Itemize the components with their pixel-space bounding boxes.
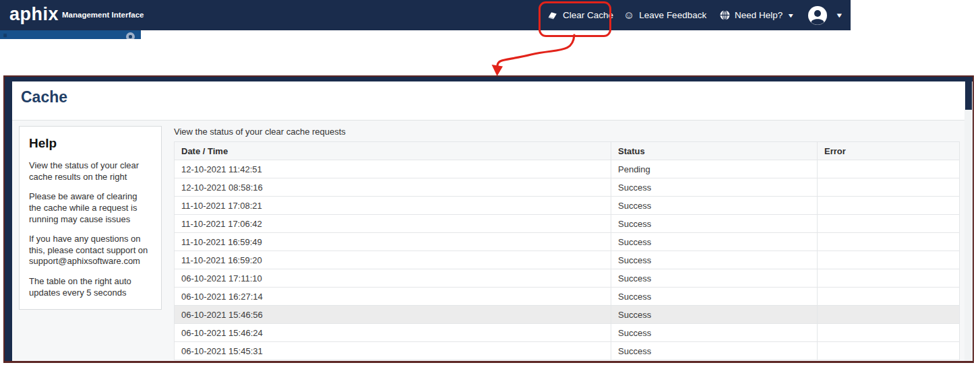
table-row: 11-10-2021 16:59:49Success (175, 233, 960, 251)
cell-error (818, 197, 960, 215)
sidebar-collapse-icon[interactable] (126, 32, 135, 39)
cache-status-table: Date / Time Status Error 12-10-2021 11:4… (174, 141, 960, 360)
panel-left-strip (5, 81, 12, 361)
help-heading: Help (29, 136, 152, 151)
table-header-row: Date / Time Status Error (175, 142, 960, 160)
cell-error (818, 288, 960, 306)
column-header-error: Error (818, 142, 960, 160)
cell-status: Success (611, 215, 818, 233)
table-row: 06-10-2021 15:46:56Success (175, 306, 960, 324)
cell-status: Success (611, 251, 818, 269)
help-paragraph: Please be aware of clearing the cache wh… (29, 191, 152, 225)
table-row: 11-10-2021 17:06:42Success (175, 215, 960, 233)
need-help-button[interactable]: Need Help? ▾ (720, 0, 793, 30)
column-header-status: Status (611, 142, 818, 160)
column-header-datetime: Date / Time (175, 142, 611, 160)
cell-status: Success (611, 306, 818, 324)
globe-icon (720, 10, 730, 20)
table-row: 12-10-2021 11:42:51Pending (175, 160, 960, 178)
cell-error (818, 251, 960, 269)
table-row: 06-10-2021 17:11:10Success (175, 269, 960, 288)
curved-arrow-annotation (465, 31, 613, 81)
cell-status: Pending (611, 160, 818, 178)
leave-feedback-label: Leave Feedback (639, 10, 706, 20)
cell-datetime: 12-10-2021 11:42:51 (175, 160, 611, 178)
scrollbar-track[interactable] (964, 81, 973, 361)
table-row: 12-10-2021 08:58:16Success (175, 178, 960, 197)
smiley-icon: ☺ (623, 10, 634, 21)
help-paragraph: The table on the right auto updates ever… (29, 276, 152, 298)
table-row: 11-10-2021 17:08:21Success (175, 197, 960, 215)
chevron-down-icon: ▾ (789, 11, 793, 19)
leave-feedback-button[interactable]: ☺ Leave Feedback (623, 0, 706, 30)
table-row: 06-10-2021 15:46:24Success (175, 324, 960, 342)
scrollbar-thumb[interactable] (965, 81, 972, 110)
help-panel: Help View the status of your clear cache… (19, 126, 162, 310)
user-avatar-icon (807, 5, 828, 26)
need-help-label: Need Help? (735, 10, 783, 20)
cell-datetime: 06-10-2021 15:45:31 (175, 342, 611, 360)
cell-datetime: 12-10-2021 08:58:16 (175, 178, 611, 197)
cell-status: Success (611, 288, 818, 306)
cell-datetime: 06-10-2021 17:11:10 (175, 269, 611, 288)
help-paragraph: If you have any questions on this, pleas… (29, 234, 152, 267)
cell-status: Success (611, 233, 818, 251)
cell-datetime: 06-10-2021 15:46:56 (175, 306, 611, 324)
cell-datetime: 06-10-2021 16:27:14 (175, 288, 611, 306)
top-navbar: aphix Management Interface Clear Cache ☺… (0, 0, 851, 30)
cache-panel: Cache Help View the status of your clear… (3, 75, 974, 363)
cell-error (818, 233, 960, 251)
clear-cache-label: Clear Cache (563, 10, 613, 20)
chevron-down-icon: ▾ (837, 11, 842, 20)
cell-datetime: 11-10-2021 17:06:42 (175, 215, 611, 233)
cell-status: Success (611, 342, 818, 360)
cell-datetime: 11-10-2021 16:59:49 (175, 233, 611, 251)
page-title: Cache (21, 88, 67, 106)
table-caption: View the status of your clear cache requ… (174, 127, 346, 137)
menu-icon: ≡ (3, 32, 9, 38)
clear-cache-button[interactable]: Clear Cache (547, 0, 613, 30)
cell-error (818, 178, 960, 197)
aphix-logo[interactable]: aphix (9, 4, 59, 25)
eraser-icon (547, 11, 558, 20)
cell-error (818, 215, 960, 233)
cell-error (818, 269, 960, 288)
cell-datetime: 11-10-2021 17:08:21 (175, 197, 611, 215)
sidebar-partial: ≡ (0, 30, 141, 39)
cell-datetime: 06-10-2021 15:46:24 (175, 324, 611, 342)
navbar-subtitle: Management Interface (62, 11, 144, 19)
cell-status: Success (611, 324, 818, 342)
cell-error (818, 342, 960, 360)
cell-status: Success (611, 269, 818, 288)
table-row: 06-10-2021 15:45:31Success (175, 342, 960, 360)
help-paragraph: View the status of your clear cache resu… (29, 160, 152, 182)
panel-content: Help View the status of your clear cache… (12, 120, 964, 361)
account-menu-button[interactable]: ▾ (807, 0, 842, 30)
cell-error (818, 324, 960, 342)
cell-error (818, 160, 960, 178)
panel-top-bar (5, 77, 973, 81)
cell-status: Success (611, 197, 818, 215)
table-row: 11-10-2021 16:59:20Success (175, 251, 960, 269)
cell-status: Success (611, 178, 818, 197)
table-row: 06-10-2021 16:27:14Success (175, 288, 960, 306)
cache-table-body: 12-10-2021 11:42:51Pending12-10-2021 08:… (175, 160, 960, 360)
cell-datetime: 11-10-2021 16:59:20 (175, 251, 611, 269)
cell-error (818, 306, 960, 324)
